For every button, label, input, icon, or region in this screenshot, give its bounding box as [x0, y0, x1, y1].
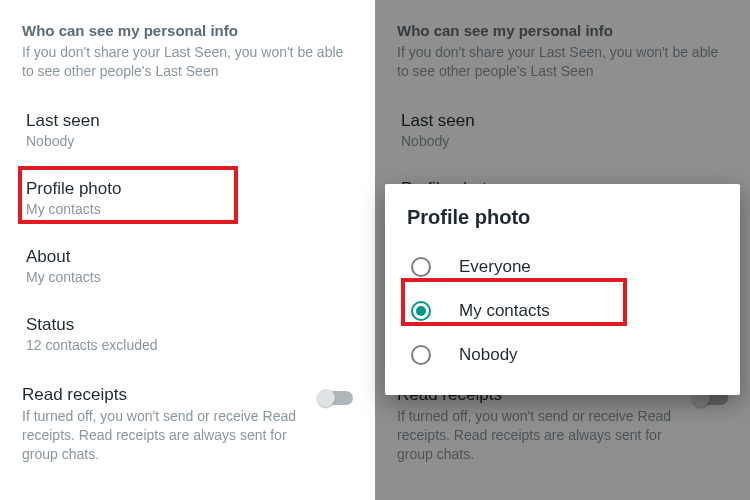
option-everyone[interactable]: Everyone	[407, 245, 718, 289]
setting-label: Profile photo	[26, 179, 353, 199]
setting-subtitle: If turned off, you won't send or receive…	[22, 407, 307, 464]
radio-icon	[411, 345, 431, 365]
setting-label: About	[26, 247, 353, 267]
option-nobody[interactable]: Nobody	[407, 333, 718, 377]
setting-label: Read receipts	[22, 385, 307, 405]
option-label: Everyone	[459, 257, 531, 277]
setting-last-seen[interactable]: Last seen Nobody	[22, 111, 353, 149]
option-label: Nobody	[459, 345, 518, 365]
toggle-switch[interactable]	[319, 391, 353, 405]
setting-profile-photo[interactable]: Profile photo My contacts	[22, 179, 353, 217]
section-title: Who can see my personal info	[22, 22, 353, 39]
setting-last-seen[interactable]: Last seen Nobody	[397, 111, 728, 149]
profile-photo-dialog: Profile photo Everyone My contacts Nobod…	[385, 184, 740, 395]
setting-value: My contacts	[26, 201, 353, 217]
privacy-settings-right: Who can see my personal info If you don'…	[375, 0, 750, 500]
option-label: My contacts	[459, 301, 550, 321]
setting-value: Nobody	[401, 133, 728, 149]
setting-about[interactable]: About My contacts	[22, 247, 353, 285]
setting-read-receipts[interactable]: Read receipts If turned off, you won't s…	[397, 385, 728, 464]
setting-value: My contacts	[26, 269, 353, 285]
option-my-contacts[interactable]: My contacts	[407, 289, 718, 333]
privacy-settings-left: Who can see my personal info If you don'…	[0, 0, 375, 500]
section-title: Who can see my personal info	[397, 22, 728, 39]
setting-label: Last seen	[401, 111, 728, 131]
setting-read-receipts[interactable]: Read receipts If turned off, you won't s…	[22, 385, 353, 464]
radio-icon	[411, 301, 431, 321]
section-subtitle: If you don't share your Last Seen, you w…	[397, 43, 728, 81]
setting-subtitle: If turned off, you won't send or receive…	[397, 407, 682, 464]
setting-status[interactable]: Status 12 contacts excluded	[22, 315, 353, 353]
setting-value: 12 contacts excluded	[26, 337, 353, 353]
setting-label: Status	[26, 315, 353, 335]
setting-label: Last seen	[26, 111, 353, 131]
dialog-title: Profile photo	[407, 206, 718, 229]
setting-value: Nobody	[26, 133, 353, 149]
section-subtitle: If you don't share your Last Seen, you w…	[22, 43, 353, 81]
radio-icon	[411, 257, 431, 277]
